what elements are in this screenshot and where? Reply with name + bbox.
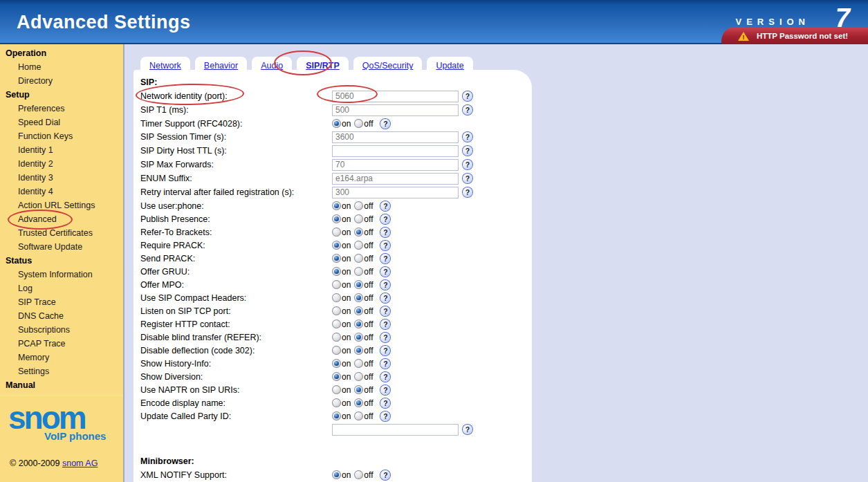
help-icon[interactable]: ? <box>380 470 390 480</box>
offer-gruu-on-radio[interactable] <box>332 267 341 276</box>
sidebar-item-identity-2[interactable]: Identity 2 <box>0 157 123 171</box>
offer-mpo-off-radio[interactable] <box>354 280 363 289</box>
use-user-phone-on-radio[interactable] <box>332 201 341 210</box>
sidebar-item-identity-3[interactable]: Identity 3 <box>0 171 123 185</box>
help-icon[interactable]: ? <box>380 254 390 263</box>
sidebar-item-sip-trace[interactable]: SIP Trace <box>0 295 123 309</box>
help-icon[interactable]: ? <box>380 359 390 369</box>
tab-label-behavior[interactable]: Behavior <box>204 61 238 71</box>
require-prack-on-radio[interactable] <box>332 241 341 250</box>
send-prack-off-radio[interactable] <box>354 254 363 263</box>
help-icon[interactable]: ? <box>380 241 390 250</box>
show-history-info-on-radio[interactable] <box>332 359 341 368</box>
sidebar-item-memory[interactable]: Memory <box>0 351 123 364</box>
field-sip-max-forwards[interactable] <box>332 159 459 171</box>
timer-support-rfc4028-on-radio[interactable] <box>332 119 341 128</box>
publish-presence-on-radio[interactable] <box>332 214 341 223</box>
field-sip-dirty-host-ttl-s[interactable] <box>332 145 459 157</box>
help-icon[interactable]: ? <box>380 346 390 355</box>
sidebar-item-identity-4[interactable]: Identity 4 <box>0 185 123 198</box>
use-user-phone-off-radio[interactable] <box>354 201 363 210</box>
help-icon[interactable]: ? <box>380 201 390 211</box>
help-icon[interactable]: ? <box>380 293 390 303</box>
sidebar-item-subscriptions[interactable]: Subscriptions <box>0 323 123 337</box>
timer-support-rfc4028-off-radio[interactable] <box>354 119 363 128</box>
help-icon[interactable]: ? <box>380 119 390 129</box>
listen-on-sip-tcp-port-on-radio[interactable] <box>332 306 341 315</box>
show-diversion-on-radio[interactable] <box>332 372 341 381</box>
sidebar-item-preferences[interactable]: Preferences <box>0 102 123 115</box>
help-icon[interactable]: ? <box>380 228 390 237</box>
sidebar-item-action-url-settings[interactable]: Action URL Settings <box>0 198 123 212</box>
field-blank[interactable] <box>332 424 459 436</box>
field-network-identity-port[interactable] <box>332 91 459 102</box>
help-icon[interactable]: ? <box>463 425 472 434</box>
refer-to-brackets-on-radio[interactable] <box>332 228 341 237</box>
show-history-info-off-radio[interactable] <box>354 359 363 368</box>
register-http-contact-off-radio[interactable] <box>354 319 363 328</box>
use-naptr-on-sip-uris-on-radio[interactable] <box>332 385 341 394</box>
disable-deflection-code-302-on-radio[interactable] <box>332 346 341 355</box>
sidebar-item-identity-1[interactable]: Identity 1 <box>0 143 123 157</box>
disable-blind-transfer-refer-on-radio[interactable] <box>332 333 341 342</box>
sidebar-item-log[interactable]: Log <box>0 281 123 295</box>
help-icon[interactable]: ? <box>463 187 472 197</box>
help-icon[interactable]: ? <box>463 174 472 183</box>
encode-display-name-off-radio[interactable] <box>354 398 363 407</box>
help-icon[interactable]: ? <box>463 132 472 142</box>
disable-deflection-code-302-off-radio[interactable] <box>354 346 363 355</box>
help-icon[interactable]: ? <box>463 146 472 156</box>
register-http-contact-on-radio[interactable] <box>332 319 341 328</box>
require-prack-off-radio[interactable] <box>354 241 363 250</box>
use-sip-compact-headers-on-radio[interactable] <box>332 293 341 302</box>
update-called-party-id-on-radio[interactable] <box>332 411 341 420</box>
help-icon[interactable]: ? <box>380 372 390 382</box>
help-icon[interactable]: ? <box>380 267 390 277</box>
sidebar-item-function-keys[interactable]: Function Keys <box>0 129 123 143</box>
xml-notify-support-on-radio[interactable] <box>332 470 341 479</box>
encode-display-name-on-radio[interactable] <box>332 398 341 407</box>
sidebar-item-advanced[interactable]: Advanced <box>0 212 123 226</box>
help-icon[interactable]: ? <box>380 333 390 342</box>
field-sip-session-timer-s[interactable] <box>332 131 459 143</box>
xml-notify-support-off-radio[interactable] <box>354 470 363 479</box>
help-icon[interactable]: ? <box>380 214 390 224</box>
field-enum-suffix[interactable] <box>332 173 459 185</box>
offer-gruu-off-radio[interactable] <box>354 267 363 276</box>
use-sip-compact-headers-off-radio[interactable] <box>354 293 363 302</box>
use-naptr-on-sip-uris-off-radio[interactable] <box>354 385 363 394</box>
help-icon[interactable]: ? <box>380 398 390 408</box>
sidebar-item-home[interactable]: Home <box>0 60 123 74</box>
help-icon[interactable]: ? <box>463 160 472 169</box>
help-icon[interactable]: ? <box>463 105 472 115</box>
help-icon[interactable]: ? <box>380 319 390 329</box>
help-icon[interactable]: ? <box>380 385 390 395</box>
tab-label-network[interactable]: Network <box>149 61 181 71</box>
help-icon[interactable]: ? <box>380 306 390 316</box>
sidebar-item-pcap-trace[interactable]: PCAP Trace <box>0 337 123 351</box>
help-icon[interactable]: ? <box>463 91 472 101</box>
sidebar-item-dns-cache[interactable]: DNS Cache <box>0 309 123 323</box>
offer-mpo-on-radio[interactable] <box>332 280 341 289</box>
tab-label-qos-security[interactable]: QoS/Security <box>362 61 414 71</box>
help-icon[interactable]: ? <box>380 411 390 421</box>
refer-to-brackets-off-radio[interactable] <box>354 228 363 237</box>
sidebar-item-speed-dial[interactable]: Speed Dial <box>0 115 123 129</box>
tab-label-audio[interactable]: Audio <box>261 61 283 71</box>
help-icon[interactable]: ? <box>380 280 390 290</box>
update-called-party-id-off-radio[interactable] <box>354 411 363 420</box>
listen-on-sip-tcp-port-off-radio[interactable] <box>354 306 363 315</box>
sidebar-item-system-information[interactable]: System Information <box>0 268 123 281</box>
field-retry-interval-after-failed-registration-s[interactable] <box>332 187 459 198</box>
show-diversion-off-radio[interactable] <box>354 372 363 381</box>
sidebar-item-software-update[interactable]: Software Update <box>0 240 123 254</box>
disable-blind-transfer-refer-off-radio[interactable] <box>354 333 363 342</box>
sidebar-item-trusted-certificates[interactable]: Trusted Certificates <box>0 226 123 240</box>
publish-presence-off-radio[interactable] <box>354 214 363 223</box>
field-sip-t1-ms[interactable] <box>332 104 459 116</box>
send-prack-on-radio[interactable] <box>332 254 341 263</box>
tab-label-sip-rtp[interactable]: SIP/RTP <box>306 61 340 71</box>
sidebar-item-settings[interactable]: Settings <box>0 364 123 378</box>
tab-label-update[interactable]: Update <box>436 61 463 71</box>
snom-ag-link[interactable]: snom AG <box>62 458 98 468</box>
